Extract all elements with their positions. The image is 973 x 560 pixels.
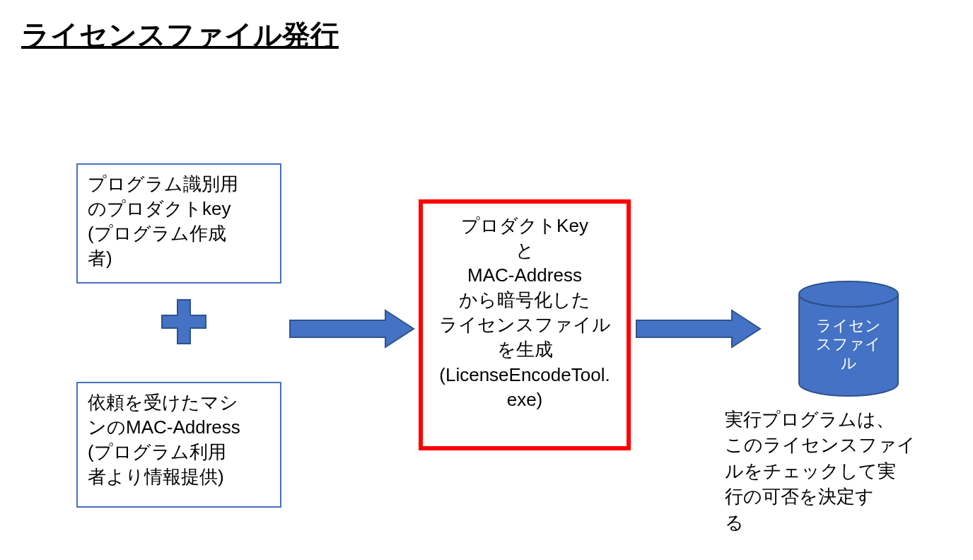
encode-tool-box: プロダクトKeyとMAC-Addressから暗号化したライセンスファイルを生成(… — [419, 199, 631, 450]
page-title: ライセンスファイル発行 — [21, 16, 339, 54]
text-line: このライセンスファイ — [725, 432, 937, 457]
text-line: ルをチェックして実 — [725, 458, 937, 484]
mac-address-box: 依頼を受けたマシンのMAC-Address(プログラム利用者より情報提供) — [76, 382, 281, 508]
text-line: のプロダクトkey — [88, 197, 270, 221]
text-line: を生成 — [436, 337, 614, 362]
text-line: 実行プログラムは、 — [725, 407, 937, 432]
text-line: ライセンスファイル — [436, 313, 614, 337]
arrow-icon — [286, 308, 417, 350]
license-file-cylinder-label: ライセンスファイル — [806, 317, 891, 373]
plus-icon — [159, 297, 209, 346]
text-line: 者より情報提供) — [88, 465, 270, 489]
text-line: (プログラム作成 — [88, 221, 270, 246]
text-line: と — [436, 238, 614, 263]
product-key-box: プログラム識別用のプロダクトkey(プログラム作成者) — [76, 163, 281, 284]
explanation-text: 実行プログラムは、このライセンスファイルをチェックして実行の可否を決定する — [725, 407, 937, 535]
text-line: ライセン — [806, 317, 891, 335]
text-line: 者) — [88, 246, 270, 271]
text-line: exe) — [436, 387, 614, 412]
text-line: プロダクトKey — [436, 214, 614, 238]
text-line: 行の可否を決定す — [725, 484, 937, 509]
text-line: る — [725, 510, 937, 535]
text-line: ンのMAC-Address — [88, 415, 270, 440]
arrow-icon — [633, 308, 764, 350]
text-line: ル — [806, 354, 891, 373]
text-line: (プログラム利用 — [88, 440, 270, 465]
diagram-canvas: ライセンスファイル発行 プログラム識別用のプロダクトkey(プログラム作成者) … — [0, 0, 973, 560]
text-line: 依頼を受けたマシ — [88, 390, 270, 415]
text-line: MAC-Address — [436, 263, 614, 288]
text-line: から暗号化した — [436, 288, 614, 313]
text-line: (LicenseEncodeTool. — [436, 363, 614, 387]
text-line: スファイ — [806, 335, 891, 354]
text-line: プログラム識別用 — [88, 172, 270, 197]
